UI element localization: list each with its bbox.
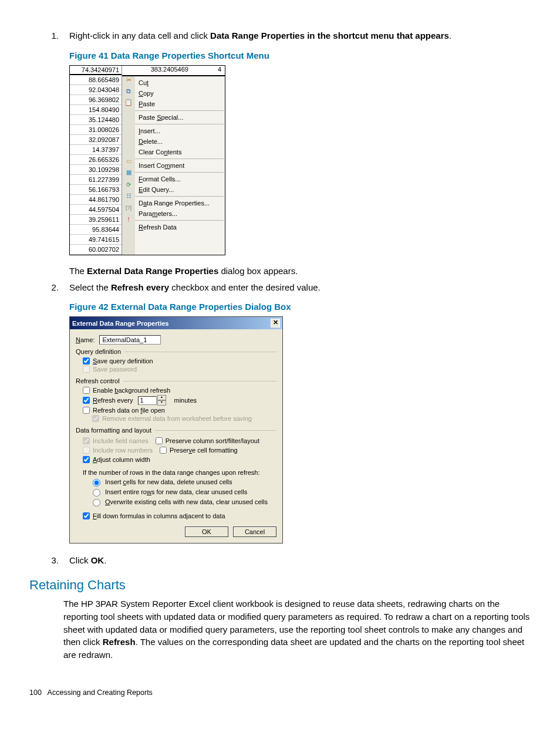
- fig41-cell[interactable]: 44.597504: [70, 205, 122, 215]
- fig41-cell[interactable]: 92.043048: [70, 85, 122, 95]
- fig41-cell[interactable]: 30.109298: [70, 165, 122, 175]
- fig41-column-1: 74.34240971 88.665489 92.043048 96.36980…: [70, 66, 122, 255]
- radio-overwrite-btn[interactable]: [93, 499, 100, 507]
- dialog-title: External Data Range Properties: [72, 320, 168, 327]
- fig41-cell[interactable]: 96.369802: [70, 95, 122, 105]
- group-layout: Data formatting and layout: [76, 427, 276, 434]
- menu-items: Cut Copy Paste Paste Special... Insert..…: [135, 76, 225, 255]
- menu-separator: [135, 220, 224, 221]
- chk-preserve-sort[interactable]: Preserve column sort/filter/layout: [156, 437, 259, 444]
- menu-format-cells[interactable]: Format Cells...: [135, 174, 225, 184]
- chk-preserve-cell-box[interactable]: [160, 447, 167, 454]
- fig41-cell[interactable]: 32.092087: [70, 135, 122, 145]
- menu-paste-special[interactable]: Paste Special...: [135, 112, 225, 123]
- group-query: Query definition: [76, 348, 276, 355]
- step-1-pre: Right-click in any data cell and click: [69, 31, 210, 40]
- step-1a-pre: The: [69, 266, 87, 276]
- chk-save-password-box: [83, 366, 90, 373]
- chk-preserve-sort-box[interactable]: [156, 437, 163, 444]
- radio-insert-rows-btn[interactable]: [93, 489, 100, 497]
- page-footer: 100 Accessing and Creating Reports: [29, 688, 531, 697]
- chk-remove-external-label: Remove external data from worksheet befo…: [102, 415, 252, 422]
- rows-change-label: If the number of rows in the data range …: [83, 469, 276, 476]
- page-number: 100: [29, 688, 42, 697]
- chk-refresh-file[interactable]: Refresh data on file open: [83, 407, 276, 414]
- chk-adjust-width[interactable]: Adjust column width: [83, 456, 276, 463]
- name-row: Name: ExternalData_1: [76, 335, 276, 345]
- chk-refresh-every[interactable]: Refresh every ▴▾ minutes: [83, 395, 276, 406]
- menu-separator: [135, 172, 224, 173]
- step-2-post: checkbox and enter the desired value.: [169, 282, 321, 292]
- step-3-text: Click OK.: [69, 554, 531, 567]
- chk-refresh-every-box[interactable]: [83, 397, 90, 404]
- chk-save-password: Save password: [83, 366, 276, 373]
- fig41-cell[interactable]: 35.124480: [70, 115, 122, 125]
- radio-insert-rows[interactable]: Insert entire rows for new data, clear u…: [90, 487, 276, 497]
- section-p1b: Refresh: [103, 637, 136, 647]
- chk-save-query-box[interactable]: [83, 357, 90, 364]
- menu-cut[interactable]: Cut: [135, 77, 225, 88]
- step-1-number: 1.: [29, 29, 69, 42]
- cancel-button[interactable]: Cancel: [233, 526, 276, 537]
- fig41-cell[interactable]: 56.166793: [70, 185, 122, 195]
- fig41-cell[interactable]: 39.259611: [70, 215, 122, 225]
- chk-include-rows-box: [83, 447, 90, 454]
- menu-edit-query[interactable]: Edit Query...: [135, 184, 225, 195]
- menu-copy[interactable]: Copy: [135, 88, 225, 99]
- ok-button[interactable]: OK: [185, 526, 228, 537]
- radio-insert-cells-btn[interactable]: [93, 479, 100, 487]
- chk-refresh-file-box[interactable]: [83, 407, 90, 414]
- chk-bg-refresh-box[interactable]: [83, 387, 90, 394]
- figure-41-caption: Figure 41 Data Range Properties Shortcut…: [69, 50, 531, 60]
- fig41-cell[interactable]: 88.665489: [70, 75, 122, 85]
- close-icon[interactable]: ✕: [271, 319, 280, 328]
- menu-data-range-properties[interactable]: Data Range Properties...: [135, 198, 225, 208]
- fig41-hdr3: 4: [218, 66, 221, 73]
- fig41-cell[interactable]: 61.227399: [70, 175, 122, 185]
- fig41-cell[interactable]: 14.37397: [70, 145, 122, 155]
- refresh-spinner[interactable]: ▴▾: [138, 395, 166, 406]
- menu-insert[interactable]: Insert...: [135, 126, 225, 136]
- step-1: 1. Right-click in any data cell and clic…: [29, 29, 531, 42]
- menu-paste[interactable]: Paste: [135, 99, 225, 109]
- step-2-number: 2.: [29, 281, 69, 294]
- dialog-body: Name: ExternalData_1 Query definition Sa…: [70, 329, 282, 543]
- layout-row-2: Include row numbers Preserve cell format…: [83, 445, 276, 455]
- context-menu: ✂ ⧉ 📋 ▭ ▦ ⟳ ☷ [?] ! Cut Copy: [122, 76, 225, 255]
- group-layout-label: Data formatting and layout: [76, 427, 155, 434]
- step-1a-post: dialog box appears.: [218, 266, 298, 276]
- step-3-bold: OK: [91, 555, 104, 565]
- footer-title: Accessing and Creating Reports: [48, 688, 153, 697]
- refresh-value-input[interactable]: [138, 396, 157, 405]
- fig41-cell[interactable]: 26.665326: [70, 155, 122, 165]
- menu-insert-comment[interactable]: Insert Comment: [135, 160, 225, 171]
- radio-overwrite[interactable]: Overwrite existing cells with new data, …: [90, 497, 276, 507]
- fig41-cell[interactable]: 31.008026: [70, 125, 122, 135]
- chk-preserve-cell[interactable]: Preserve cell formatting: [160, 447, 238, 454]
- menu-delete[interactable]: Delete...: [135, 136, 225, 147]
- fig41-cell[interactable]: 154.80490: [70, 105, 122, 115]
- chk-bg-refresh[interactable]: Enable background refresh: [83, 387, 276, 394]
- menu-clear-contents[interactable]: Clear Contents: [135, 147, 225, 157]
- step-2-pre: Select the: [69, 282, 111, 292]
- chk-fill-formulas-box[interactable]: [83, 512, 90, 519]
- step-3-number: 3.: [29, 554, 69, 567]
- chk-adjust-width-box[interactable]: [83, 456, 90, 463]
- menu-refresh-data[interactable]: Refresh Data: [135, 222, 225, 232]
- chk-include-fields-label: Include field names: [93, 437, 149, 444]
- fig41-cell[interactable]: 44.861790: [70, 195, 122, 205]
- fig41-cell[interactable]: 95.83644: [70, 225, 122, 235]
- step-2-text: Select the Refresh every checkbox and en…: [69, 281, 531, 294]
- radio-insert-cells[interactable]: Insert cells for new data, delete unused…: [90, 477, 276, 487]
- group-refresh: Refresh control: [76, 377, 276, 384]
- chk-fill-formulas[interactable]: Fill down formulas in columns adjacent t…: [83, 512, 276, 519]
- step-2-bold: Refresh every: [111, 282, 169, 292]
- fig41-menu-wrap: 383.24054694 ✂ ⧉ 📋 ▭ ▦ ⟳ ☷ [?] !: [122, 66, 225, 255]
- spinner-buttons[interactable]: ▴▾: [157, 395, 166, 406]
- name-input[interactable]: ExternalData_1: [99, 335, 161, 345]
- fig41-cell[interactable]: 60.002702: [70, 245, 122, 255]
- menu-parameters[interactable]: Parameters...: [135, 208, 225, 219]
- chk-save-query[interactable]: Save query definition: [83, 357, 276, 364]
- fig41-cell[interactable]: 49.741615: [70, 235, 122, 245]
- fig41-header-2: 383.24054694: [122, 66, 225, 76]
